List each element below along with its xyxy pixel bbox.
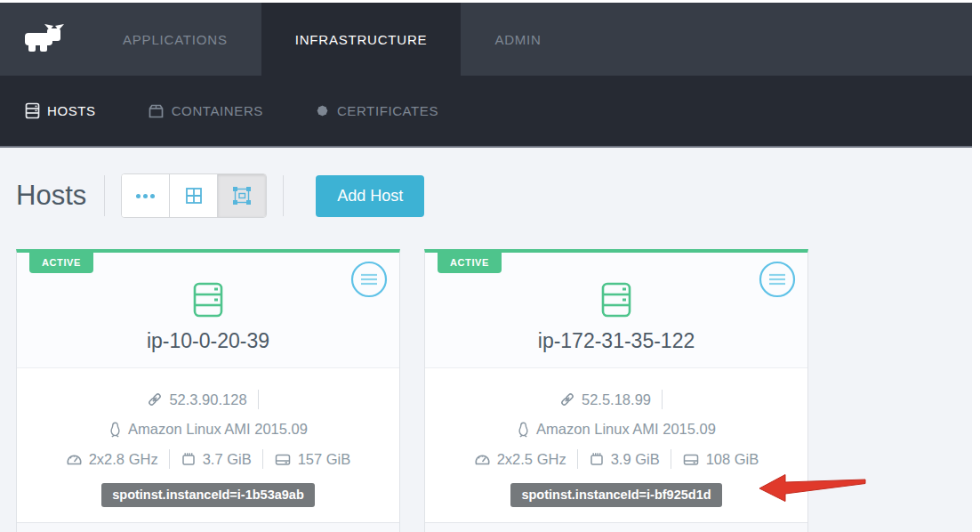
status-badge: ACTIVE bbox=[438, 253, 502, 273]
cpu-gauge-icon bbox=[474, 452, 491, 467]
host-card-footer bbox=[425, 522, 807, 532]
link-icon bbox=[147, 391, 163, 407]
linux-penguin-icon bbox=[517, 422, 530, 438]
host-public-ip: 52.3.90.128 bbox=[169, 391, 246, 408]
subnav-hosts-label: HOSTS bbox=[47, 103, 96, 118]
link-icon bbox=[559, 391, 575, 407]
tab-applications[interactable]: APPLICATIONS bbox=[89, 3, 261, 76]
host-card-details: 52.3.90.128 Amazon Linux AMI 2015.09 bbox=[17, 368, 399, 507]
list-dots-icon bbox=[136, 194, 155, 198]
divider bbox=[671, 449, 671, 469]
host-specs-row: 2x2.5 GHz bbox=[425, 449, 807, 469]
machine-view-icon bbox=[231, 185, 253, 206]
host-server-icon bbox=[190, 281, 226, 318]
disk-drive-icon bbox=[274, 452, 292, 467]
host-os: Amazon Linux AMI 2015.09 bbox=[536, 421, 716, 438]
host-memory: 3.9 GiB bbox=[611, 451, 660, 468]
host-cpu: 2x2.8 GHz bbox=[89, 451, 158, 468]
page-title: Hosts bbox=[16, 180, 86, 212]
rancher-cow-icon bbox=[23, 21, 68, 57]
tab-admin[interactable]: ADMIN bbox=[461, 3, 574, 76]
divider bbox=[258, 390, 259, 409]
memory-chip-icon bbox=[589, 451, 605, 467]
subnav-item-certificates[interactable]: CERTIFICATES bbox=[315, 103, 438, 118]
container-box-icon bbox=[148, 103, 165, 119]
infrastructure-sub-navigation: HOSTS CONTAINERS bbox=[0, 76, 972, 148]
host-os: Amazon Linux AMI 2015.09 bbox=[128, 421, 308, 438]
tab-infrastructure[interactable]: INFRASTRUCTURE bbox=[261, 3, 462, 76]
cpu-gauge-icon bbox=[66, 452, 83, 467]
divider bbox=[283, 175, 284, 216]
host-menu-button[interactable] bbox=[349, 260, 389, 299]
host-specs-row: 2x2.8 GHz bbox=[17, 449, 399, 469]
host-public-ip: 52.5.18.99 bbox=[582, 391, 651, 408]
grid-icon bbox=[184, 186, 204, 206]
hamburger-circle-icon bbox=[349, 260, 389, 299]
hosts-server-icon bbox=[25, 102, 40, 119]
list-view-button[interactable] bbox=[122, 174, 170, 217]
host-os-row: Amazon Linux AMI 2015.09 bbox=[425, 421, 807, 438]
divider bbox=[262, 449, 263, 469]
status-badge: ACTIVE bbox=[29, 253, 93, 273]
host-menu-button[interactable] bbox=[758, 260, 797, 299]
hamburger-circle-icon bbox=[758, 260, 797, 299]
divider bbox=[104, 175, 105, 216]
host-name[interactable]: ip-10-0-20-39 bbox=[17, 329, 399, 353]
host-card-ip-10-0-20-39[interactable]: ACTIVE bbox=[16, 249, 400, 532]
subnav-containers-label: CONTAINERS bbox=[172, 103, 263, 118]
host-server-icon bbox=[598, 281, 634, 318]
view-toggle-group bbox=[121, 173, 267, 218]
subnav-item-containers[interactable]: CONTAINERS bbox=[148, 103, 263, 119]
disk-drive-icon bbox=[682, 452, 700, 467]
rancher-logo[interactable] bbox=[0, 3, 89, 76]
divider bbox=[662, 390, 663, 409]
top-navigation-bar: APPLICATIONS INFRASTRUCTURE ADMIN bbox=[0, 3, 972, 76]
host-cpu: 2x2.5 GHz bbox=[497, 451, 566, 468]
host-card-footer bbox=[17, 522, 399, 532]
add-host-button[interactable]: Add Host bbox=[316, 175, 424, 217]
rancher-app-window: APPLICATIONS INFRASTRUCTURE ADMIN HOSTS bbox=[0, 3, 972, 532]
hosts-header-row: Hosts bbox=[16, 173, 956, 218]
grid-view-button[interactable] bbox=[170, 174, 218, 217]
host-os-row: Amazon Linux AMI 2015.09 bbox=[17, 421, 399, 438]
divider bbox=[169, 449, 170, 469]
host-disk: 108 GiB bbox=[706, 451, 759, 468]
spotinst-instance-label: spotinst.instanceId=i-bf925d1d bbox=[510, 483, 721, 507]
host-ip-row: 52.5.18.99 bbox=[425, 390, 807, 409]
memory-chip-icon bbox=[181, 451, 197, 467]
host-name[interactable]: ip-172-31-35-122 bbox=[425, 329, 807, 353]
host-disk: 157 GiB bbox=[298, 451, 351, 468]
linux-penguin-icon bbox=[108, 422, 122, 438]
subnav-item-hosts[interactable]: HOSTS bbox=[25, 102, 96, 119]
certificate-seal-icon bbox=[315, 103, 330, 118]
spotinst-instance-label: spotinst.instanceId=i-1b53a9ab bbox=[101, 483, 315, 507]
host-memory: 3.7 GiB bbox=[203, 451, 252, 468]
red-annotation-arrow bbox=[745, 467, 875, 510]
machine-view-button[interactable] bbox=[218, 174, 266, 217]
divider bbox=[577, 449, 578, 469]
host-ip-row: 52.3.90.128 bbox=[17, 390, 399, 409]
subnav-certificates-label: CERTIFICATES bbox=[337, 103, 438, 118]
